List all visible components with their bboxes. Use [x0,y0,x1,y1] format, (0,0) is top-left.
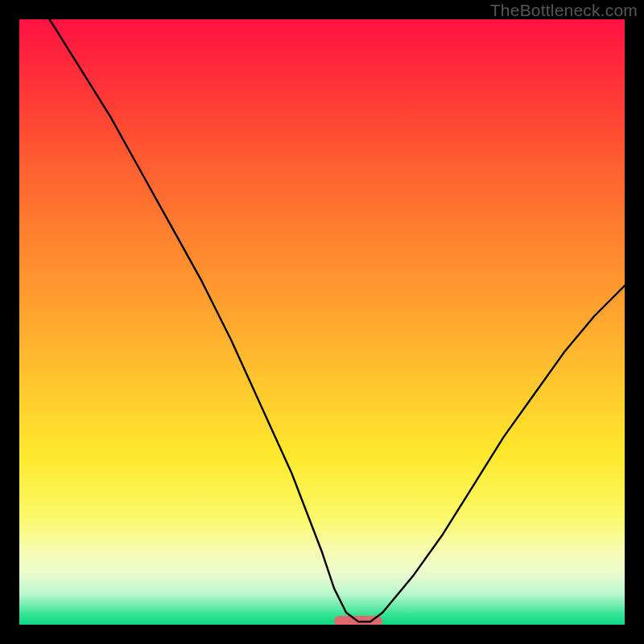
chart-frame: TheBottleneck.com [0,0,644,644]
bottleneck-curve [19,19,625,625]
watermark-text: TheBottleneck.com [490,1,638,20]
plot-area [19,19,625,625]
